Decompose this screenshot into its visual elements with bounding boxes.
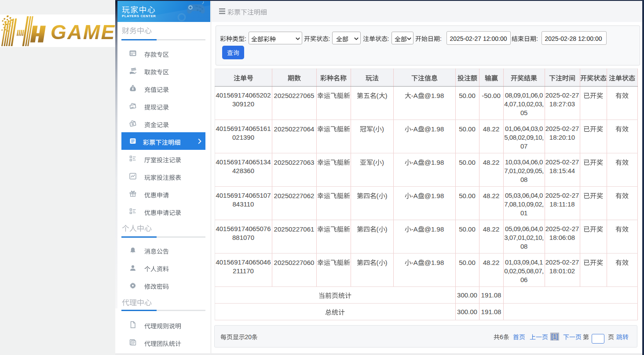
svg-text:GAME: GAME xyxy=(51,21,115,43)
